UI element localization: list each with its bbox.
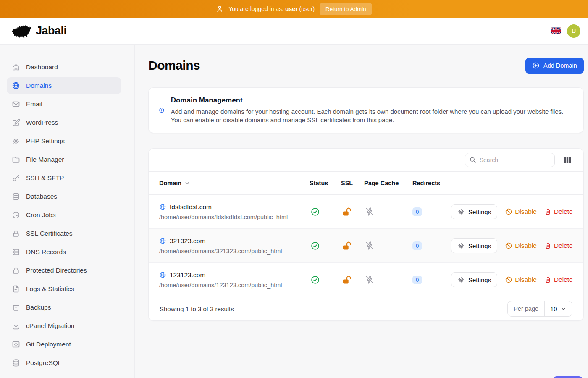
settings-button[interactable]: Settings bbox=[451, 238, 497, 253]
sidebar-item-ssh-sftp[interactable]: SSH & SFTP bbox=[7, 170, 121, 186]
table-header-row: Domain Status SSL Page Cache Redirects bbox=[149, 171, 583, 195]
redirects-count-badge: 0 bbox=[412, 207, 422, 216]
boar-logo-icon bbox=[12, 24, 32, 38]
version-badge: v0.9-rc42 bbox=[552, 376, 584, 378]
per-page-select[interactable]: Per page 10 bbox=[507, 301, 572, 317]
download-icon bbox=[12, 322, 20, 330]
code-icon bbox=[12, 340, 20, 349]
disable-button[interactable]: Disable bbox=[505, 276, 537, 284]
sidebar-item-partial[interactable] bbox=[7, 373, 121, 378]
settings-button[interactable]: Settings bbox=[451, 272, 497, 287]
sidebar-item-databases[interactable]: Databases bbox=[7, 188, 121, 205]
document-root-path: /home/user/domains/fdsfsdfdsf.com/public… bbox=[159, 214, 310, 220]
user-avatar[interactable]: U bbox=[567, 24, 580, 38]
gear-icon bbox=[457, 208, 465, 215]
trash-icon bbox=[544, 242, 551, 249]
column-header-domain[interactable]: Domain bbox=[159, 180, 310, 186]
sidebar-item-dashboard[interactable]: Dashboard bbox=[7, 59, 121, 76]
impersonation-bar: You are logged in as: user (user) Return… bbox=[0, 0, 588, 18]
column-header-ssl: SSL bbox=[341, 180, 364, 186]
domain-name[interactable]: 123123.com bbox=[159, 271, 310, 279]
sidebar-item-cpanel-migration[interactable]: cPanel Migration bbox=[7, 318, 121, 334]
ssl-unlocked-icon bbox=[342, 275, 352, 285]
sidebar-item-postgresql[interactable]: PostgreSQL bbox=[7, 354, 121, 371]
status-enabled-icon bbox=[310, 241, 320, 251]
ban-icon bbox=[505, 208, 512, 215]
sidebar-item-wordpress[interactable]: WordPress bbox=[7, 114, 121, 131]
sidebar-item-ssl-certificates[interactable]: SSL Certificates bbox=[7, 225, 121, 242]
sidebar-item-protected-directories[interactable]: Protected Directories bbox=[7, 262, 121, 279]
sidebar-item-cron-jobs[interactable]: Cron Jobs bbox=[7, 207, 121, 223]
server-icon bbox=[12, 248, 20, 256]
redirects-count-badge: 0 bbox=[412, 242, 422, 250]
page-footer: Jabali Panel GitHub © 2026 Jabali v0.9-r… bbox=[135, 368, 588, 378]
column-header-page-cache: Page Cache bbox=[364, 180, 412, 186]
sidebar-item-domains[interactable]: Domains bbox=[7, 77, 121, 94]
sidebar-item-backups[interactable]: Backups bbox=[7, 299, 121, 316]
lock-icon bbox=[12, 229, 20, 238]
table-row: 321323.com /home/user/domains/321323.com… bbox=[149, 229, 583, 263]
add-domain-button[interactable]: Add Domain bbox=[525, 58, 584, 74]
status-enabled-icon bbox=[310, 207, 320, 217]
domains-table-card: Domain Status SSL Page Cache Redirects f… bbox=[148, 148, 584, 321]
globe-icon bbox=[159, 203, 166, 210]
gear-icon bbox=[457, 242, 465, 249]
delete-button[interactable]: Delete bbox=[544, 276, 573, 284]
sidebar-item-php-settings[interactable]: PHP Settings bbox=[7, 133, 121, 150]
sidebar-item-email[interactable]: Email bbox=[7, 96, 121, 113]
disable-button[interactable]: Disable bbox=[505, 208, 537, 215]
status-enabled-icon bbox=[310, 275, 320, 285]
search-icon bbox=[469, 156, 477, 164]
domain-name[interactable]: 321323.com bbox=[159, 237, 310, 245]
home-icon bbox=[12, 63, 20, 71]
columns-icon bbox=[563, 156, 572, 164]
app-header: Jabali U bbox=[0, 18, 588, 45]
column-toggle-button[interactable] bbox=[562, 155, 572, 165]
delete-button[interactable]: Delete bbox=[544, 242, 573, 249]
brand-name: Jabali bbox=[36, 24, 67, 37]
bin-icon bbox=[12, 303, 20, 312]
disable-button[interactable]: Disable bbox=[505, 242, 537, 249]
domain-management-info-card: Domain Management Add and manage domains… bbox=[148, 87, 584, 133]
gear-icon bbox=[12, 137, 20, 145]
globe-icon bbox=[159, 237, 166, 244]
info-card-description: Add and manage domains for your hosting … bbox=[171, 108, 573, 124]
page-cache-off-icon bbox=[365, 207, 374, 216]
document-root-path: /home/user/domains/123123.com/public_htm… bbox=[159, 282, 310, 289]
language-flag-icon[interactable] bbox=[551, 27, 561, 34]
delete-button[interactable]: Delete bbox=[544, 208, 573, 215]
globe-icon bbox=[12, 81, 20, 90]
key-icon bbox=[12, 174, 20, 182]
document-root-path: /home/user/domains/321323.com/public_htm… bbox=[159, 248, 310, 255]
chevron-down-icon bbox=[184, 180, 190, 186]
sidebar-item-logs-statistics[interactable]: Logs & Statistics bbox=[7, 281, 121, 297]
sidebar-item-dns-records[interactable]: DNS Records bbox=[7, 244, 121, 260]
column-header-redirects: Redirects bbox=[412, 180, 451, 186]
mail-icon bbox=[12, 100, 20, 108]
info-card-title: Domain Management bbox=[171, 96, 573, 105]
page-cache-off-icon bbox=[365, 275, 374, 284]
search-field bbox=[465, 153, 555, 167]
ssl-unlocked-icon bbox=[342, 207, 352, 217]
sidebar-item-git-deployment[interactable]: Git Deployment bbox=[7, 336, 121, 353]
main-content: Domains Add Domain Domain Management Add… bbox=[135, 45, 588, 378]
brand-logo[interactable]: Jabali bbox=[12, 24, 67, 38]
ssl-unlocked-icon bbox=[342, 241, 352, 251]
folder-icon bbox=[12, 155, 20, 164]
settings-button[interactable]: Settings bbox=[451, 204, 497, 219]
results-summary: Showing 1 to 3 of 3 results bbox=[160, 305, 234, 312]
plus-circle-icon bbox=[532, 62, 540, 69]
impersonation-message: You are logged in as: user (user) bbox=[228, 5, 315, 12]
search-input[interactable] bbox=[465, 153, 555, 167]
trash-icon bbox=[544, 208, 551, 215]
database-icon bbox=[12, 359, 20, 367]
sidebar-item-file-manager[interactable]: File Manager bbox=[7, 151, 121, 168]
domain-name[interactable]: fdsfsdfdsf.com bbox=[159, 203, 310, 211]
redirects-count-badge: 0 bbox=[412, 276, 422, 284]
file-text-icon bbox=[12, 285, 20, 293]
sidebar-nav: Dashboard Domains Email WordPress PHP Se… bbox=[0, 45, 135, 378]
database-icon bbox=[12, 192, 20, 201]
table-row: 123123.com /home/user/domains/123123.com… bbox=[149, 263, 583, 297]
ban-icon bbox=[505, 242, 512, 249]
return-to-admin-button[interactable]: Return to Admin bbox=[320, 3, 372, 15]
